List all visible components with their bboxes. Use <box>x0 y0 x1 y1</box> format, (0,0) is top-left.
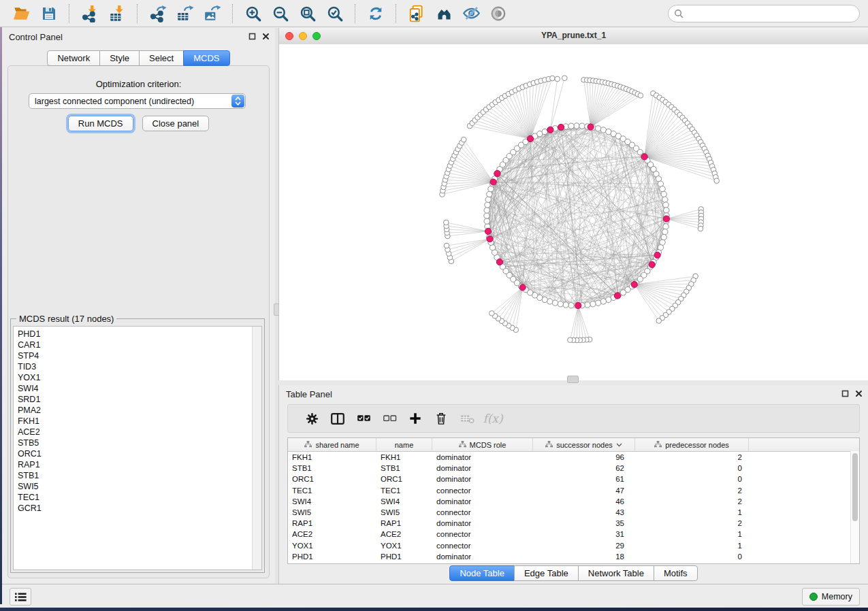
close-panel-icon[interactable] <box>262 33 270 40</box>
mcds-node-item[interactable]: CAR1 <box>14 340 252 350</box>
mcds-node-item[interactable]: SRD1 <box>14 394 252 405</box>
float-panel-icon[interactable] <box>841 390 849 397</box>
table-row[interactable]: ORC1ORC1dominator610 <box>288 474 859 484</box>
show-columns-button[interactable] <box>325 407 351 430</box>
zoom-fit-button[interactable] <box>296 3 319 24</box>
create-column-button[interactable] <box>402 407 428 430</box>
horizontal-splitter[interactable] <box>278 380 868 385</box>
desktop-edge <box>0 27 2 604</box>
cell: 2 <box>635 485 749 496</box>
mcds-node-item[interactable]: TID3 <box>14 361 252 372</box>
table-row[interactable]: RAP1RAP1dominator352 <box>288 518 859 529</box>
scrollbar-thumb[interactable] <box>852 453 858 521</box>
cell: 2 <box>635 518 749 529</box>
deselect-all-rows-button[interactable] <box>376 407 402 430</box>
delete-column-button[interactable] <box>428 407 454 430</box>
table-mode-button[interactable] <box>299 407 325 430</box>
zoom-out-button[interactable] <box>269 3 292 24</box>
show-panels-button[interactable] <box>10 588 31 606</box>
network-graph[interactable] <box>279 44 868 380</box>
table-row[interactable]: SWI4SWI4dominator462 <box>288 496 859 507</box>
column-header-predecessor-nodes[interactable]: predecessor nodes <box>635 438 749 451</box>
function-builder-button[interactable]: f(x) <box>480 407 506 430</box>
zoom-fit-icon <box>299 5 317 22</box>
apply-layout-button[interactable] <box>364 3 387 24</box>
export-image-button[interactable] <box>201 3 224 24</box>
search-box[interactable] <box>668 5 860 22</box>
network-window-titlebar[interactable]: YPA_prune.txt_1 <box>279 28 868 45</box>
mcds-node-item[interactable]: TEC1 <box>14 492 252 503</box>
tab-node-table[interactable]: Node Table <box>449 565 515 581</box>
cell: 62 <box>533 463 635 474</box>
mcds-node-item[interactable]: ORC1 <box>14 448 252 459</box>
splitter-handle[interactable] <box>567 376 579 383</box>
import-network-button[interactable] <box>78 3 101 24</box>
mcds-node-item[interactable]: STB5 <box>14 437 252 448</box>
float-panel-icon[interactable] <box>248 33 256 40</box>
table-row[interactable]: YOX1YOX1connector291 <box>288 540 859 551</box>
table-row[interactable]: STB1STB1dominator620 <box>288 463 859 474</box>
mcds-node-item[interactable]: ACE2 <box>14 427 252 437</box>
open-folder-icon <box>13 5 31 22</box>
show-all-button[interactable] <box>487 3 510 24</box>
network-canvas[interactable] <box>279 44 868 380</box>
import-table-button[interactable] <box>106 3 129 24</box>
column-header-MCDS-role[interactable]: MCDS role <box>432 438 533 451</box>
zoom-selected-button[interactable] <box>323 3 347 24</box>
delete-table-button[interactable] <box>454 407 480 430</box>
save-session-button[interactable] <box>37 3 61 24</box>
select-all-rows-button[interactable] <box>351 407 376 430</box>
column-header-name[interactable]: name <box>376 438 432 451</box>
memory-button[interactable]: Memory <box>802 588 860 606</box>
mcds-node-item[interactable]: SWI4 <box>14 383 252 394</box>
close-panel-icon[interactable] <box>855 390 863 397</box>
mcds-result-list: PHD1CAR1STP4TID3YOX1SWI4SRD1PMA2FKH1ACE2… <box>14 329 252 514</box>
mcds-node-item[interactable]: YOX1 <box>14 372 252 383</box>
cell: 0 <box>635 463 749 474</box>
tab-select[interactable]: Select <box>139 50 184 66</box>
cell: STB1 <box>288 463 376 474</box>
hide-selected-button[interactable] <box>460 3 483 24</box>
table-row[interactable]: FKH1FKH1dominator962 <box>288 452 859 463</box>
export-network-button[interactable] <box>146 3 170 24</box>
mcds-node-item[interactable]: RAP1 <box>14 459 252 470</box>
column-header-shared-name[interactable]: shared name <box>288 438 376 451</box>
zoom-in-button[interactable] <box>242 3 265 24</box>
first-neighbors-button[interactable] <box>432 3 455 24</box>
column-label: MCDS role <box>470 441 507 449</box>
mcds-node-item[interactable]: PHD1 <box>14 329 252 340</box>
mcds-node-item[interactable]: GCR1 <box>14 503 252 514</box>
cell: 1 <box>635 540 749 551</box>
table-row[interactable]: TEC1TEC1connector472 <box>288 485 859 496</box>
plus-icon <box>409 412 421 425</box>
tab-style[interactable]: Style <box>99 50 140 66</box>
tab-network-table[interactable]: Network Table <box>578 565 654 581</box>
criterion-dropdown[interactable]: largest connected component (undirected) <box>29 93 246 109</box>
tab-network[interactable]: Network <box>47 50 100 66</box>
mcds-node-item[interactable]: SWI5 <box>14 481 252 492</box>
mcds-node-item[interactable]: FKH1 <box>14 416 252 427</box>
table-row[interactable]: SWI5SWI5connector431 <box>288 507 859 518</box>
tab-mcds[interactable]: MCDS <box>183 50 229 66</box>
column-header-successor-nodes[interactable]: successor nodes <box>533 438 635 451</box>
close-panel-button[interactable]: Close panel <box>142 116 210 131</box>
dropdown-stepper-icon <box>231 95 244 108</box>
export-table-button[interactable] <box>174 3 197 24</box>
mcds-node-item[interactable]: STB1 <box>14 470 252 481</box>
deselect-all-icon <box>383 414 397 423</box>
list-scrollbar[interactable] <box>252 327 261 569</box>
tab-edge-table[interactable]: Edge Table <box>514 565 579 581</box>
tab-motifs[interactable]: Motifs <box>654 565 698 581</box>
search-input[interactable] <box>687 8 854 19</box>
open-file-button[interactable] <box>10 3 33 24</box>
new-network-from-selection-button[interactable] <box>405 3 428 24</box>
control-panel: Control Panel NetworkStyleSelectMCDS Opt… <box>2 28 275 584</box>
table-scrollbar[interactable] <box>850 451 859 563</box>
export-image-icon <box>204 5 221 22</box>
mcds-node-item[interactable]: PMA2 <box>14 405 252 416</box>
run-mcds-button[interactable]: Run MCDS <box>68 116 133 131</box>
cell: ACE2 <box>376 529 432 540</box>
mcds-node-item[interactable]: STP4 <box>14 350 252 361</box>
table-row[interactable]: PHD1PHD1dominator180 <box>288 551 859 562</box>
table-row[interactable]: ACE2ACE2connector311 <box>288 529 859 540</box>
